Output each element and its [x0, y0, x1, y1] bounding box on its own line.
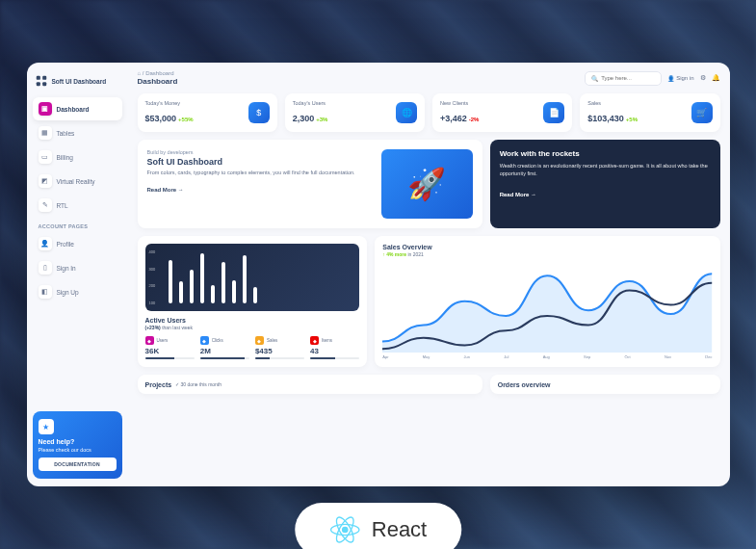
stat-users: Today's Users 2,300+3% 🌐 — [285, 93, 425, 132]
svg-rect-1 — [42, 76, 46, 80]
credit-card-icon: ▭ — [39, 150, 52, 164]
hero-title: Soft UI Dashboard — [147, 157, 381, 167]
charts-row: 400 300 200 100 Active Users (+23%) than… — [138, 236, 720, 367]
tick: 100 — [149, 301, 156, 305]
star-icon: ★ — [39, 419, 54, 434]
bar — [169, 260, 172, 303]
au-label: Users — [157, 338, 169, 343]
tick: 200 — [149, 283, 156, 288]
orders-card: Orders overview — [490, 375, 720, 394]
bottom-row: Projects ✓ 30 done this month Orders ove… — [138, 375, 720, 394]
shop-icon: ▣ — [39, 102, 52, 116]
projects-subtitle: ✓ 30 done this month — [175, 381, 222, 387]
stats-row: Today's Money $53,000+55% $ Today's User… — [138, 93, 720, 132]
react-label: React — [372, 517, 427, 542]
hero-description: From colors, cards, typography to comple… — [147, 170, 381, 177]
react-icon — [329, 514, 360, 545]
hero-read-more[interactable]: Read More → — [147, 187, 381, 193]
stat-label: New Clients — [440, 100, 479, 106]
react-badge: React — [295, 503, 461, 549]
stat-sales: Sales $103,430+5% 🛒 — [580, 93, 719, 132]
x-tick: Sep — [584, 354, 590, 359]
au-value: 2M — [200, 347, 249, 355]
topbar: ⌂ / Dashboard Dashboard 🔍 👤 Sign in ⚙ 🔔 — [138, 70, 720, 86]
hero-card: Build by developers Soft UI Dashboard Fr… — [138, 140, 482, 228]
nav-label: Tables — [57, 130, 75, 137]
nav-profile[interactable]: 👤 Profile — [33, 232, 122, 255]
au-stat: ◆Users36K — [145, 336, 195, 359]
svg-point-7 — [342, 527, 347, 532]
breadcrumb-block: ⌂ / Dashboard Dashboard — [138, 70, 178, 86]
stat-mini-icon: ◆ — [255, 336, 264, 345]
gear-icon[interactable]: ⚙ — [700, 74, 706, 82]
nav-label: Billing — [57, 154, 73, 161]
stat-change: +5% — [626, 117, 638, 122]
bar — [232, 280, 236, 303]
user-icon: 👤 — [667, 75, 674, 82]
sidebar: Soft UI Dashboard ▣ Dashboard ▦ Tables ▭… — [27, 63, 128, 486]
active-users-card: 400 300 200 100 Active Users (+23%) than… — [138, 236, 368, 367]
active-users-stats: ◆Users36K◆Clicks2M◆Sales$435◆Items43 — [145, 336, 360, 359]
page-title: Dashboard — [138, 77, 178, 86]
nav-label: Profile — [57, 241, 74, 248]
au-value: 43 — [310, 347, 359, 355]
rockets-read-more[interactable]: Read More → — [500, 192, 711, 197]
signin-label: Sign in — [676, 75, 693, 81]
help-title: Need help? — [39, 438, 117, 445]
cart-icon: 🛒 — [691, 102, 713, 123]
stat-label: Sales — [587, 100, 638, 106]
nav-billing[interactable]: ▭ Billing — [33, 145, 122, 169]
svg-rect-3 — [42, 82, 46, 86]
au-label: Items — [322, 338, 332, 343]
user-icon: 👤 — [39, 237, 52, 250]
bar — [200, 253, 204, 303]
stat-value: $53,000 — [145, 114, 177, 123]
stat-change: +55% — [178, 117, 194, 122]
au-stat: ◆Clicks2M — [200, 336, 249, 359]
svg-rect-2 — [36, 82, 39, 86]
nav-rtl[interactable]: ✎ RTL — [33, 194, 122, 217]
nav-signup[interactable]: ◧ Sign Up — [33, 280, 122, 303]
app-window: Soft UI Dashboard ▣ Dashboard ▦ Tables ▭… — [27, 63, 730, 486]
rockets-card: Work with the rockets Wealth creation is… — [490, 140, 720, 228]
bell-icon[interactable]: 🔔 — [712, 74, 720, 82]
nav-label: RTL — [57, 202, 68, 209]
search-box[interactable]: 🔍 — [585, 71, 662, 86]
au-label: Sales — [267, 338, 277, 343]
nav-signin[interactable]: ▯ Sign In — [33, 256, 122, 279]
hero-image: 🚀 — [381, 149, 473, 219]
documentation-button[interactable]: DOCUMENTATION — [39, 458, 117, 471]
document-icon: 📄 — [543, 102, 564, 123]
main-content: ⌂ / Dashboard Dashboard 🔍 👤 Sign in ⚙ 🔔 — [128, 63, 730, 486]
tick: 400 — [149, 249, 156, 254]
search-icon: 🔍 — [591, 75, 598, 82]
x-tick: May — [423, 354, 430, 359]
topbar-right: 🔍 👤 Sign in ⚙ 🔔 — [585, 71, 719, 86]
bar — [211, 285, 215, 303]
stat-mini-icon: ◆ — [310, 336, 319, 345]
projects-title: Projects — [145, 381, 172, 388]
x-tick: Oct — [624, 354, 630, 359]
au-value: 36K — [145, 347, 195, 355]
nav-vr[interactable]: ◩ Virtual Reality — [33, 170, 122, 193]
x-tick: Aug — [543, 354, 550, 359]
active-users-subtitle: (+23%) than last week — [145, 325, 360, 330]
active-users-title: Active Users — [145, 317, 360, 324]
x-tick: Jul — [504, 354, 508, 359]
brand-name: Soft UI Dashboard — [52, 78, 107, 85]
stat-change: -2% — [469, 117, 480, 122]
sales-subtitle: ↑ 4% more in 2021 — [382, 251, 712, 257]
nav-label: Dashboard — [57, 106, 90, 113]
nav-tables[interactable]: ▦ Tables — [33, 121, 122, 144]
cube-icon: ◩ — [39, 174, 52, 188]
x-tick: Nov — [665, 354, 671, 359]
bars — [169, 251, 257, 303]
stat-clients: New Clients +3,462-2% 📄 — [432, 93, 572, 132]
stat-mini-icon: ◆ — [200, 336, 209, 345]
signin-link[interactable]: 👤 Sign in — [667, 75, 693, 82]
nav-dashboard[interactable]: ▣ Dashboard — [33, 97, 122, 120]
sales-x-axis: AprMayJunJulAugSepOctNovDec — [382, 354, 712, 359]
bar — [179, 281, 183, 303]
search-input[interactable] — [601, 75, 655, 81]
rocket-icon: ◧ — [39, 285, 52, 299]
